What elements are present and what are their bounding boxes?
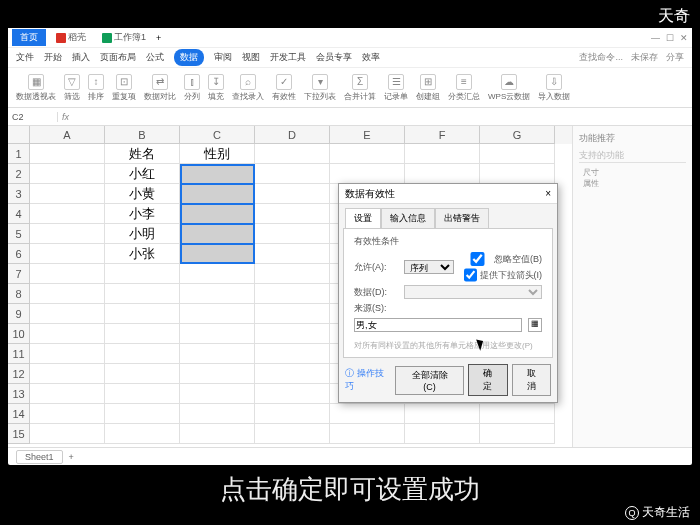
- close-button[interactable]: ✕: [680, 33, 688, 43]
- cell[interactable]: [180, 404, 255, 424]
- dialog-close-button[interactable]: ×: [545, 188, 551, 199]
- cell[interactable]: 小明: [105, 224, 180, 244]
- minimize-button[interactable]: —: [651, 33, 660, 43]
- cell[interactable]: [105, 344, 180, 364]
- menu-item[interactable]: 插入: [72, 51, 90, 64]
- search-input[interactable]: 查找命令...: [579, 51, 623, 64]
- new-tab-button[interactable]: +: [156, 33, 161, 43]
- cell[interactable]: [255, 284, 330, 304]
- cell[interactable]: [180, 184, 255, 204]
- row-header[interactable]: 11: [8, 344, 30, 364]
- row-header[interactable]: 15: [8, 424, 30, 444]
- cell[interactable]: [255, 164, 330, 184]
- dialog-tab-input[interactable]: 输入信息: [381, 208, 435, 228]
- cell[interactable]: [105, 404, 180, 424]
- cell[interactable]: [180, 164, 255, 184]
- row-header[interactable]: 13: [8, 384, 30, 404]
- cell[interactable]: [180, 204, 255, 224]
- cell[interactable]: 小张: [105, 244, 180, 264]
- cell[interactable]: [180, 364, 255, 384]
- add-sheet-button[interactable]: +: [69, 452, 74, 462]
- col-header[interactable]: A: [30, 126, 105, 144]
- range-picker-icon[interactable]: ▦: [528, 318, 542, 332]
- cell[interactable]: [30, 264, 105, 284]
- ribbon-button[interactable]: ⇩导入数据: [538, 74, 570, 102]
- cell[interactable]: [255, 204, 330, 224]
- cell[interactable]: [30, 364, 105, 384]
- cell[interactable]: [330, 404, 405, 424]
- cell[interactable]: [180, 264, 255, 284]
- cell[interactable]: [30, 164, 105, 184]
- cell[interactable]: [405, 144, 480, 164]
- cell[interactable]: [255, 404, 330, 424]
- row-header[interactable]: 1: [8, 144, 30, 164]
- menu-item-data[interactable]: 数据: [174, 49, 204, 66]
- ribbon-button[interactable]: ↧填充: [208, 74, 224, 102]
- cell[interactable]: [405, 164, 480, 184]
- col-header[interactable]: E: [330, 126, 405, 144]
- doc-tab-1[interactable]: 稻壳: [50, 29, 92, 46]
- menu-item[interactable]: 效率: [362, 51, 380, 64]
- ribbon-button[interactable]: ▽筛选: [64, 74, 80, 102]
- allow-select[interactable]: 序列: [404, 260, 454, 274]
- cell[interactable]: 小黄: [105, 184, 180, 204]
- cell[interactable]: [180, 324, 255, 344]
- row-header[interactable]: 7: [8, 264, 30, 284]
- cell[interactable]: [480, 404, 555, 424]
- col-header[interactable]: C: [180, 126, 255, 144]
- clear-all-button[interactable]: 全部清除(C): [395, 366, 464, 395]
- cell[interactable]: [180, 244, 255, 264]
- cell[interactable]: [105, 324, 180, 344]
- source-input[interactable]: [354, 318, 522, 332]
- cell[interactable]: [255, 424, 330, 444]
- cell[interactable]: [330, 164, 405, 184]
- dialog-tab-settings[interactable]: 设置: [345, 208, 381, 228]
- menu-item[interactable]: 页面布局: [100, 51, 136, 64]
- tips-link[interactable]: ⓘ 操作技巧: [345, 367, 391, 393]
- cell[interactable]: [180, 384, 255, 404]
- menu-item[interactable]: 开发工具: [270, 51, 306, 64]
- cell[interactable]: [180, 304, 255, 324]
- doc-tab-2[interactable]: 工作簿1: [96, 29, 152, 46]
- cell[interactable]: [480, 144, 555, 164]
- cell[interactable]: [255, 364, 330, 384]
- ribbon-button[interactable]: ☰记录单: [384, 74, 408, 102]
- home-tab[interactable]: 首页: [12, 29, 46, 46]
- ribbon-button[interactable]: ≡分类汇总: [448, 74, 480, 102]
- cell[interactable]: [30, 344, 105, 364]
- cell[interactable]: [30, 204, 105, 224]
- cell[interactable]: [330, 144, 405, 164]
- cell[interactable]: [255, 244, 330, 264]
- ribbon-button[interactable]: ⊡重复项: [112, 74, 136, 102]
- col-header[interactable]: G: [480, 126, 555, 144]
- cell[interactable]: [30, 384, 105, 404]
- menu-item[interactable]: 审阅: [214, 51, 232, 64]
- row-header[interactable]: 12: [8, 364, 30, 384]
- cell[interactable]: 小李: [105, 204, 180, 224]
- row-header[interactable]: 5: [8, 224, 30, 244]
- ribbon-button[interactable]: ☁WPS云数据: [488, 74, 530, 102]
- cell[interactable]: [255, 304, 330, 324]
- cell[interactable]: [105, 264, 180, 284]
- cell[interactable]: [105, 384, 180, 404]
- cell[interactable]: [30, 284, 105, 304]
- cell[interactable]: [30, 244, 105, 264]
- cell[interactable]: [255, 264, 330, 284]
- cell[interactable]: [30, 304, 105, 324]
- fx-icon[interactable]: fx: [58, 112, 73, 122]
- col-header[interactable]: F: [405, 126, 480, 144]
- dropdown-arrow-checkbox[interactable]: [464, 268, 477, 282]
- ribbon-button[interactable]: ▾下拉列表: [304, 74, 336, 102]
- select-all-corner[interactable]: [8, 126, 30, 144]
- cell[interactable]: 姓名: [105, 144, 180, 164]
- cell[interactable]: [180, 224, 255, 244]
- cell[interactable]: [255, 144, 330, 164]
- ribbon-button[interactable]: ▦数据透视表: [16, 74, 56, 102]
- col-header[interactable]: D: [255, 126, 330, 144]
- cell[interactable]: [105, 304, 180, 324]
- cell[interactable]: [480, 164, 555, 184]
- cell[interactable]: [105, 424, 180, 444]
- row-header[interactable]: 2: [8, 164, 30, 184]
- ribbon-button[interactable]: ⫿分列: [184, 74, 200, 102]
- ribbon-button[interactable]: ⊞创建组: [416, 74, 440, 102]
